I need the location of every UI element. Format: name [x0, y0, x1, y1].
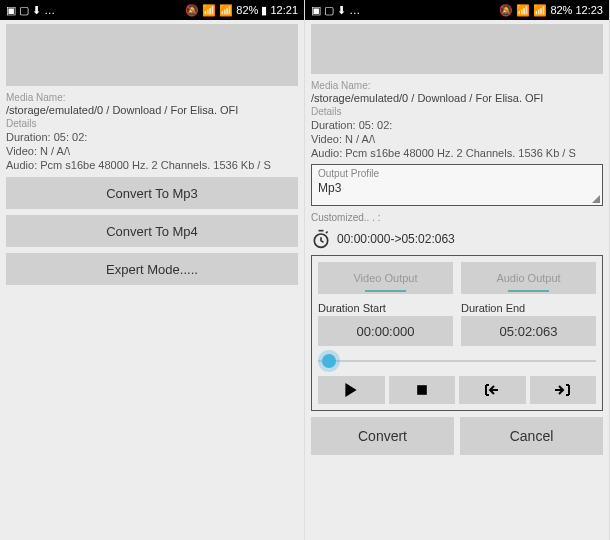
underline-icon	[508, 290, 549, 292]
expert-mode-button[interactable]: Expert Mode.....	[6, 253, 298, 285]
status-icons-right: 🔕 📶 📶 82% ▮ 12:21	[185, 4, 298, 17]
status-bar: ▣ ▢ ⬇ … 🔕 📶 📶 82% ▮ 12:21	[0, 0, 304, 20]
stop-button[interactable]	[389, 376, 456, 404]
customized-label: Customized.. . :	[311, 212, 603, 223]
convert-mp4-button[interactable]: Convert To Mp4	[6, 215, 298, 247]
slider-track	[318, 360, 596, 362]
set-end-button[interactable]	[530, 376, 597, 404]
media-name-label: Media Name:	[311, 80, 603, 91]
underline-icon	[365, 290, 406, 292]
audio-text: Audio: Pcm s16be 48000 Hz. 2 Channels. 1…	[311, 147, 603, 159]
slider-thumb-icon	[322, 354, 336, 368]
duration-text: Duration: 05: 02:	[6, 131, 298, 143]
audio-text: Audio: Pcm s16be 48000 Hz. 2 Channels. 1…	[6, 159, 298, 171]
timer-icon	[311, 229, 331, 249]
duration-start-label: Duration Start	[318, 302, 453, 314]
media-path: /storage/emulated/0 / Download / For Eli…	[6, 104, 298, 116]
convert-mp3-button[interactable]: Convert To Mp3	[6, 177, 298, 209]
details-label: Details	[6, 118, 298, 129]
status-icons-left: ▣ ▢ ⬇ …	[311, 4, 360, 17]
svg-marker-1	[346, 383, 357, 397]
bracket-right-icon	[553, 383, 573, 397]
convert-button[interactable]: Convert	[311, 417, 454, 455]
media-thumbnail	[6, 24, 298, 86]
details-label: Details	[311, 106, 603, 117]
time-range-text: 00:00:000->05:02:063	[337, 232, 455, 246]
video-output-button[interactable]: Video Output	[318, 262, 453, 294]
output-profile-select[interactable]: Output Profile Mp3	[311, 164, 603, 206]
audio-output-button[interactable]: Audio Output	[461, 262, 596, 294]
svg-rect-2	[417, 385, 427, 395]
media-path: /storage/emulated/0 / Download / For Eli…	[311, 92, 603, 104]
cancel-button[interactable]: Cancel	[460, 417, 603, 455]
screen-left: ▣ ▢ ⬇ … 🔕 📶 📶 82% ▮ 12:21 Media Name: /s…	[0, 0, 305, 540]
seek-slider[interactable]	[318, 354, 596, 368]
play-icon	[344, 383, 358, 397]
media-name-label: Media Name:	[6, 92, 298, 103]
play-button[interactable]	[318, 376, 385, 404]
bracket-left-icon	[482, 383, 502, 397]
set-start-button[interactable]	[459, 376, 526, 404]
time-range-row: 00:00:000->05:02:063	[311, 229, 603, 249]
duration-end-value[interactable]: 05:02:063	[461, 316, 596, 346]
duration-text: Duration: 05: 02:	[311, 119, 603, 131]
status-bar: ▣ ▢ ⬇ … 🔕 📶 📶 82% 12:23	[305, 0, 609, 20]
screen-right: ▣ ▢ ⬇ … 🔕 📶 📶 82% 12:23 Media Name: /sto…	[305, 0, 610, 540]
output-options-frame: Video Output Audio Output Duration Start…	[311, 255, 603, 411]
output-profile-value: Mp3	[318, 181, 596, 195]
dropdown-corner-icon	[592, 195, 600, 203]
video-text: Video: N / A/\	[311, 133, 603, 145]
duration-end-label: Duration End	[461, 302, 596, 314]
media-thumbnail	[311, 24, 603, 74]
status-icons-left: ▣ ▢ ⬇ …	[6, 4, 55, 17]
output-profile-label: Output Profile	[318, 168, 596, 179]
duration-start-value[interactable]: 00:00:000	[318, 316, 453, 346]
video-text: Video: N / A/\	[6, 145, 298, 157]
stop-icon	[416, 384, 428, 396]
status-icons-right: 🔕 📶 📶 82% 12:23	[499, 4, 603, 17]
